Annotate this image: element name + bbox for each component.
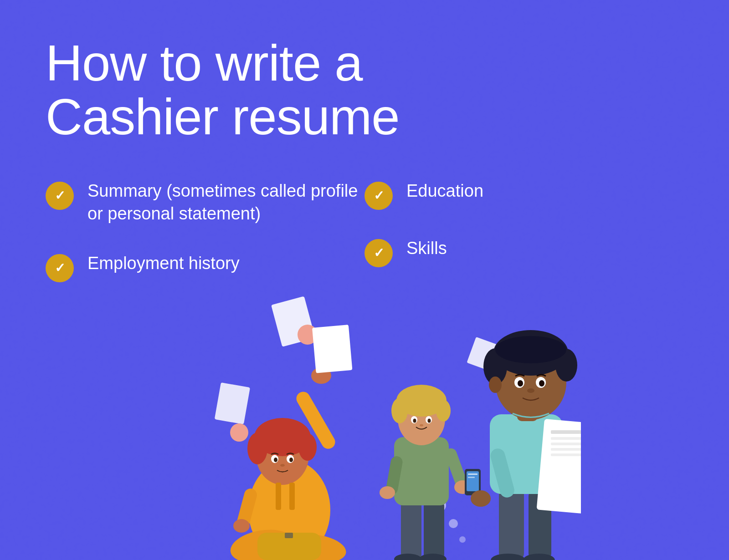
main-content: How to write a Cashier resume ✓ Summary … (0, 0, 729, 282)
svg-point-17 (247, 433, 267, 464)
svg-rect-53 (499, 487, 524, 560)
svg-point-18 (298, 433, 317, 461)
checkmark-icon-skills: ✓ (374, 247, 384, 260)
svg-point-66 (518, 380, 523, 387)
svg-point-23 (280, 464, 285, 467)
svg-rect-49 (468, 473, 477, 475)
svg-rect-14 (285, 533, 293, 538)
check-circle-employment: ✓ (46, 254, 74, 282)
svg-rect-31 (401, 501, 421, 560)
checkmark-icon-education: ✓ (374, 189, 384, 202)
svg-point-63 (495, 336, 566, 363)
svg-rect-1 (215, 382, 250, 424)
svg-point-7 (459, 536, 466, 543)
checklist-item-employment: ✓ Employment history (46, 252, 364, 282)
svg-point-38 (391, 398, 408, 423)
svg-point-68 (527, 388, 534, 393)
illustration (148, 291, 581, 560)
svg-point-3 (230, 423, 248, 442)
checklist-label-skills: Skills (406, 237, 447, 260)
svg-rect-50 (468, 477, 475, 478)
svg-point-52 (380, 486, 395, 499)
check-circle-education: ✓ (364, 182, 393, 210)
checklist-right: ✓ Education ✓ Skills (364, 180, 683, 282)
svg-rect-26 (312, 325, 352, 373)
checklist-item-education: ✓ Education (364, 180, 683, 210)
checklist-label-employment: Employment history (87, 252, 240, 275)
svg-point-39 (436, 400, 451, 422)
svg-rect-75 (551, 443, 581, 445)
check-circle-skills: ✓ (364, 239, 393, 267)
svg-point-43 (428, 419, 431, 423)
svg-point-67 (539, 380, 544, 387)
checklist-label-summary: Summary (sometimes called profile or per… (87, 180, 364, 225)
svg-rect-73 (551, 430, 581, 434)
svg-rect-32 (424, 501, 444, 560)
svg-point-22 (289, 458, 293, 462)
checkmark-icon-summary: ✓ (55, 189, 65, 202)
check-circle-summary: ✓ (46, 182, 74, 210)
checklist-item-skills: ✓ Skills (364, 237, 683, 267)
svg-rect-77 (551, 453, 581, 456)
svg-point-69 (489, 377, 502, 393)
svg-rect-35 (394, 437, 449, 505)
checkmark-icon-employment: ✓ (55, 262, 65, 275)
checklist-item-summary: ✓ Summary (sometimes called profile or p… (46, 180, 364, 225)
svg-rect-74 (551, 437, 581, 440)
svg-rect-30 (289, 483, 295, 510)
page-title: How to write a Cashier resume (46, 36, 683, 143)
page-container: How to write a Cashier resume ✓ Summary … (0, 0, 729, 560)
svg-point-79 (471, 490, 491, 507)
checklist-grid: ✓ Summary (sometimes called profile or p… (46, 180, 683, 282)
checklist-label-education: Education (406, 180, 483, 202)
svg-rect-29 (276, 483, 281, 510)
svg-point-21 (274, 458, 277, 462)
svg-point-28 (233, 519, 250, 533)
svg-point-44 (420, 424, 423, 427)
svg-rect-76 (551, 448, 581, 451)
checklist-left: ✓ Summary (sometimes called profile or p… (46, 180, 364, 282)
svg-point-42 (413, 419, 416, 423)
svg-point-6 (449, 519, 458, 528)
